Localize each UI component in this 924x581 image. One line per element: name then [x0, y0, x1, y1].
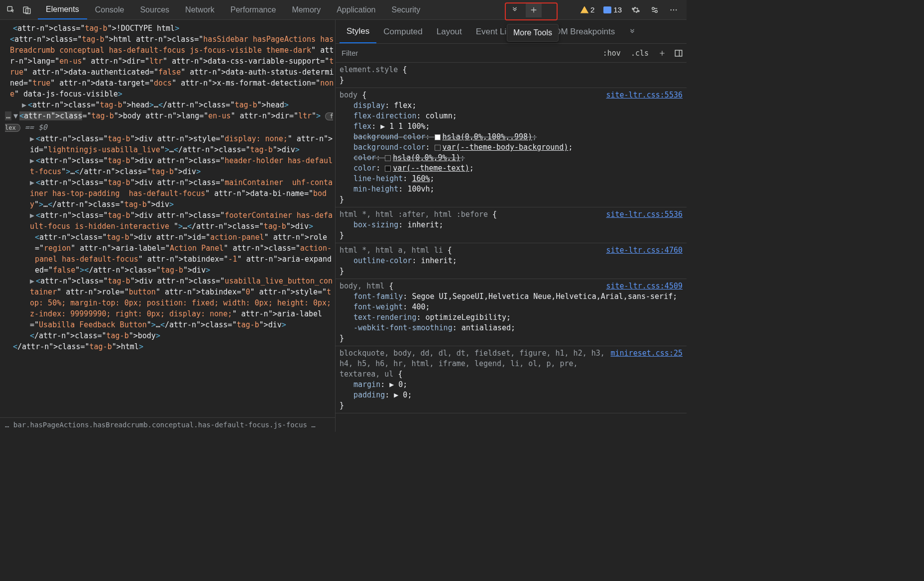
sub-tab-computed[interactable]: Computed — [376, 20, 429, 43]
styles-filter-input[interactable] — [336, 49, 598, 57]
tab-network[interactable]: Network — [177, 0, 223, 19]
source-link[interactable]: site-ltr.css:5536 — [606, 209, 683, 220]
source-link[interactable]: minireset.css:25 — [611, 348, 683, 359]
new-style-rule-icon[interactable] — [654, 50, 671, 57]
inspect-icon[interactable] — [3, 2, 19, 17]
more-tabs-chevron-icon[interactable] — [507, 2, 523, 17]
main-tabs: ElementsConsoleSourcesNetworkPerformance… — [38, 0, 507, 19]
source-link[interactable]: site-ltr.css:4760 — [606, 245, 683, 256]
computed-sidebar-toggle-icon[interactable] — [671, 49, 687, 58]
tab-console[interactable]: Console — [87, 0, 132, 19]
svg-rect-8 — [675, 50, 682, 56]
warnings-count: 2 — [590, 5, 594, 14]
issues-chip[interactable]: 13 — [600, 4, 625, 15]
tab-security[interactable]: Security — [383, 0, 428, 19]
class-toggle[interactable]: .cls — [626, 49, 654, 58]
dom-tree-pane: <attr-n">class="tag-b">!DOCTYPE html><at… — [0, 20, 336, 432]
tab-sources[interactable]: Sources — [132, 0, 177, 19]
dom-tree[interactable]: <attr-n">class="tag-b">!DOCTYPE html><at… — [0, 20, 335, 417]
source-link[interactable]: site-ltr.css:5536 — [606, 90, 683, 100]
svg-point-7 — [676, 9, 677, 10]
svg-point-3 — [652, 7, 655, 9]
tab-performance[interactable]: Performance — [223, 0, 284, 19]
more-sub-tabs-icon[interactable] — [622, 20, 643, 43]
tooltip-more-tools: More Tools — [507, 24, 559, 42]
styles-pane: StylesComputedLayoutEvent ListenersDOM B… — [336, 20, 687, 432]
issue-icon — [603, 6, 611, 13]
styles-toolbar: :hov .cls — [336, 44, 687, 63]
devtools-toolbar: ElementsConsoleSourcesNetworkPerformance… — [0, 0, 687, 20]
device-toggle-icon[interactable] — [19, 2, 35, 17]
svg-point-4 — [655, 10, 658, 12]
more-menu-icon[interactable] — [666, 2, 682, 17]
warnings-chip[interactable]: 2 — [578, 4, 597, 15]
settings-gear-icon[interactable] — [628, 2, 644, 17]
hover-toggle[interactable]: :hov — [598, 49, 626, 58]
tab-application[interactable]: Application — [329, 0, 383, 19]
issues-count: 13 — [613, 5, 622, 14]
svg-point-5 — [671, 9, 672, 10]
breadcrumb[interactable]: … bar.hasPageActions.hasBreadcrumb.conce… — [0, 417, 335, 432]
customize-icon[interactable] — [647, 2, 663, 17]
warning-icon — [580, 6, 588, 13]
tab-memory[interactable]: Memory — [284, 0, 329, 19]
tab-elements[interactable]: Elements — [38, 0, 87, 19]
svg-point-6 — [673, 9, 674, 10]
sub-tab-layout[interactable]: Layout — [430, 20, 469, 43]
source-link[interactable]: site-ltr.css:4509 — [606, 281, 683, 291]
style-rules[interactable]: element.style {}body {site-ltr.css:5536d… — [336, 63, 687, 432]
sub-tab-styles[interactable]: Styles — [340, 20, 376, 43]
new-tab-plus-icon[interactable] — [526, 2, 542, 17]
